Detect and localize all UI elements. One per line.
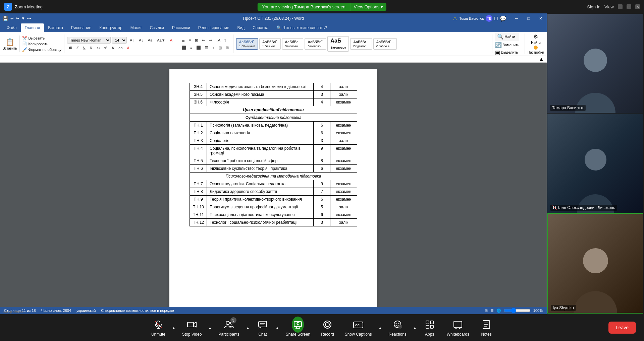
grow-font-button[interactable]: A↑ bbox=[128, 37, 136, 43]
word-save-icon[interactable]: 💾 bbox=[3, 16, 8, 21]
close-button[interactable]: ✕ bbox=[635, 4, 640, 9]
view-grid-icon[interactable]: ⊞ bbox=[485, 309, 488, 313]
participants-button[interactable]: 3 Participants bbox=[213, 316, 245, 339]
tab-design[interactable]: Конструктор bbox=[95, 23, 126, 32]
chat-button[interactable]: Chat bbox=[251, 316, 274, 339]
align-center-button[interactable]: ≡ bbox=[189, 45, 194, 51]
highlight-button[interactable]: A bbox=[168, 37, 174, 43]
align-left-button[interactable]: ⬛ bbox=[180, 45, 188, 51]
style-no-spacing-button[interactable]: АаБбВгҐ1 Без инт... bbox=[259, 38, 280, 50]
strikethrough-button[interactable]: Ч bbox=[88, 45, 94, 51]
unmute-button[interactable]: Unmute bbox=[146, 316, 171, 339]
scroll-up-button[interactable]: ▲ bbox=[539, 57, 544, 62]
line-spacing-button[interactable]: ↕ bbox=[211, 45, 216, 51]
font-color-button[interactable]: A bbox=[125, 45, 131, 51]
participants-arrow[interactable]: ▲ bbox=[245, 325, 251, 330]
shading-button[interactable]: ▥ bbox=[217, 45, 223, 51]
svg-text:Z: Z bbox=[7, 4, 10, 9]
format-painter-button[interactable]: 🖌️ Формат по образцу bbox=[22, 47, 61, 52]
captions-arrow[interactable]: ▲ bbox=[377, 325, 383, 330]
head-1 bbox=[584, 49, 607, 72]
justify-button[interactable]: ☰ bbox=[203, 45, 210, 51]
zoom-slider[interactable] bbox=[504, 308, 531, 313]
bullets-button[interactable]: ☰ bbox=[180, 37, 186, 44]
reactions-button[interactable]: + Reactions bbox=[383, 316, 412, 339]
settings-button[interactable]: ⚙ bbox=[533, 33, 538, 40]
unmute-arrow[interactable]: ▲ bbox=[171, 325, 177, 330]
word-view-icon[interactable]: □ bbox=[494, 15, 498, 21]
word-custom-icon[interactable]: ▼ bbox=[21, 16, 25, 21]
font-family-select[interactable]: Times New Roman bbox=[67, 37, 111, 44]
video-arrow[interactable]: ▲ bbox=[207, 325, 213, 330]
view-web-icon[interactable]: 🌐 bbox=[496, 309, 501, 313]
leave-button[interactable]: Leave bbox=[608, 322, 636, 334]
tab-search[interactable]: 🔍 Что вы хотите сделать? bbox=[272, 23, 331, 32]
stop-video-button[interactable]: Stop Video bbox=[177, 316, 207, 339]
word-redo-icon[interactable]: ↪ bbox=[16, 16, 19, 21]
word-undo-icon[interactable]: ↩ bbox=[10, 16, 14, 21]
align-right-button[interactable]: ⬛ bbox=[195, 45, 203, 51]
word-close-button[interactable]: ✕ bbox=[535, 13, 547, 23]
tab-mailings[interactable]: Рассылки bbox=[168, 23, 194, 32]
clear-format-button[interactable]: Aa bbox=[146, 37, 154, 43]
tab-draw[interactable]: Рисование bbox=[67, 23, 95, 32]
word-comment-icon[interactable]: 💬 bbox=[500, 15, 506, 22]
select-button[interactable]: ▣ Выделить bbox=[495, 49, 519, 56]
tab-references[interactable]: Ссылки bbox=[146, 23, 168, 32]
tab-home[interactable]: Главная bbox=[21, 23, 44, 32]
style-title-button[interactable]: АаБЗаголовок bbox=[327, 36, 349, 52]
find-button[interactable]: 🔍 Найти bbox=[495, 32, 519, 41]
underline-button[interactable]: Ч bbox=[81, 45, 87, 51]
paste-button[interactable]: 📋 Вставить bbox=[3, 36, 20, 52]
show-captions-button[interactable]: CC Show Captions bbox=[339, 316, 377, 339]
style-subtitle-button[interactable]: АаБбВгПодзагол... bbox=[350, 38, 372, 50]
sort-button[interactable]: ↕A bbox=[214, 37, 222, 44]
cut-button[interactable]: ✂️ Вырезать bbox=[22, 36, 61, 41]
sign-in-button[interactable]: Sign in bbox=[587, 4, 600, 9]
style-heading2-button[interactable]: АаБбВгҐЗаголово... bbox=[305, 38, 326, 50]
word-more-icon[interactable]: ••• bbox=[27, 16, 31, 20]
tab-help[interactable]: Справка bbox=[249, 23, 272, 32]
view-button[interactable]: View bbox=[604, 4, 614, 9]
numbering-button[interactable]: ≡ bbox=[187, 37, 193, 44]
tab-layout[interactable]: Макет bbox=[126, 23, 146, 32]
copy-button[interactable]: 📄 Копировать bbox=[22, 42, 61, 46]
view-options-button[interactable]: View Options ▾ bbox=[350, 3, 386, 11]
show-formatting-button[interactable]: ¶ bbox=[223, 37, 228, 44]
tab-review[interactable]: Рецензирование bbox=[194, 23, 233, 32]
document-content[interactable]: ЗН.4 Основи медичних знань та безпеки жи… bbox=[0, 63, 547, 307]
style-heading1-button[interactable]: АаБбВгЗаголово... bbox=[282, 38, 304, 50]
shrink-font-button[interactable]: A↓ bbox=[137, 37, 145, 43]
style-emphasis-button[interactable]: АаБбВгГ...Слабое в... bbox=[373, 38, 397, 50]
subscript-button[interactable]: x₂ bbox=[95, 45, 102, 51]
font-size-select[interactable]: 14 bbox=[112, 37, 127, 44]
chat-arrow[interactable]: ▲ bbox=[274, 325, 280, 330]
share-screen-button[interactable]: Share Screen bbox=[280, 316, 316, 339]
italic-button[interactable]: К bbox=[75, 45, 80, 51]
reactions-arrow[interactable]: ▲ bbox=[412, 325, 418, 330]
record-button[interactable]: Record bbox=[316, 316, 339, 339]
whiteboards-button[interactable]: Whiteboards bbox=[441, 316, 475, 339]
word-minimize-button[interactable]: ─ bbox=[511, 13, 523, 23]
text-effects-button[interactable]: A bbox=[110, 45, 116, 51]
minimize-button[interactable]: ─ bbox=[618, 4, 623, 9]
bold-button[interactable]: Ж bbox=[67, 45, 74, 51]
settings-label[interactable]: Настройки bbox=[528, 51, 544, 54]
maximize-button[interactable]: □ bbox=[627, 4, 631, 9]
style-normal-button[interactable]: АаБбВгҐ1 Обычный bbox=[236, 38, 258, 50]
highlight-color-button[interactable]: ab bbox=[117, 45, 124, 51]
tab-file[interactable]: Файл bbox=[3, 23, 21, 32]
view-list-icon[interactable]: ☰ bbox=[490, 309, 494, 313]
multilevel-list-button[interactable]: ⊞ bbox=[193, 37, 200, 44]
replace-button[interactable]: 🔄 Заменить bbox=[495, 42, 519, 48]
notes-button[interactable]: Notes bbox=[475, 316, 498, 339]
text-case-button[interactable]: Aa▼ bbox=[155, 37, 167, 43]
word-restore-button[interactable]: □ bbox=[523, 13, 535, 23]
apps-button[interactable]: Apps bbox=[418, 316, 441, 339]
increase-indent-button[interactable]: ⇥ bbox=[207, 37, 214, 44]
tab-view[interactable]: Вид bbox=[233, 23, 249, 32]
borders-button[interactable]: ⊞ bbox=[224, 45, 230, 51]
superscript-button[interactable]: x² bbox=[103, 45, 109, 51]
tab-insert[interactable]: Вставка bbox=[44, 23, 67, 32]
decrease-indent-button[interactable]: ⇤ bbox=[200, 37, 207, 44]
